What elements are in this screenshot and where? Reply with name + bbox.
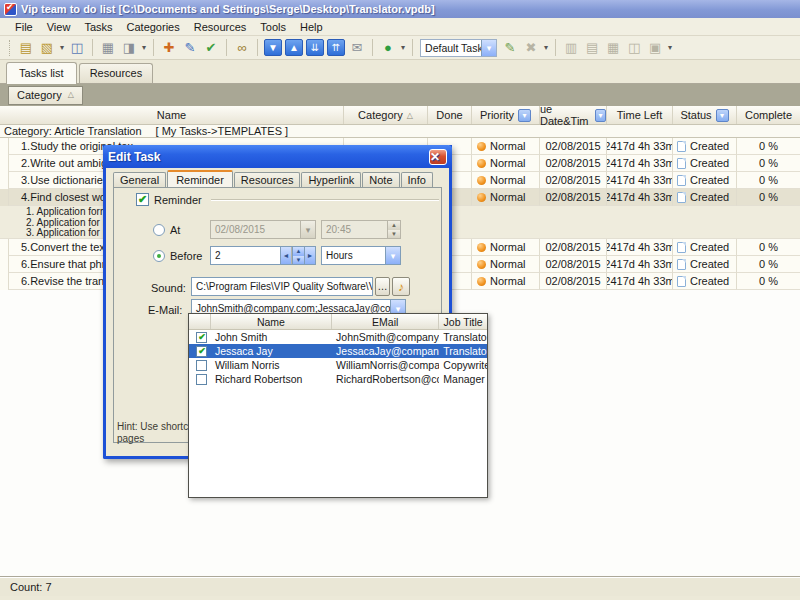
- status-bar: Count: 7: [0, 577, 800, 596]
- before-value-spinner[interactable]: 2 ◄ ▲▼ ►: [210, 246, 316, 265]
- filter-icon[interactable]: ●: [378, 38, 398, 58]
- dialog-tab-info[interactable]: Info: [401, 172, 433, 188]
- contacts-list: ✔John SmithJohnSmith@company.comTranslat…: [189, 330, 487, 386]
- edit-filter-icon[interactable]: ✎: [500, 38, 520, 58]
- toolbar-caret-icon[interactable]: ▾: [140, 43, 148, 52]
- new-task-icon: ✚: [164, 41, 175, 54]
- before-spinner-buttons[interactable]: ▲▼: [291, 247, 304, 264]
- dialog-tab-resources[interactable]: Resources: [234, 172, 301, 188]
- chevron-down-icon[interactable]: ▾: [385, 247, 400, 264]
- menu-tasks[interactable]: Tasks: [77, 19, 119, 35]
- column-header-category[interactable]: Category△: [344, 106, 428, 124]
- contact-checkbox[interactable]: ✔: [196, 332, 207, 343]
- contacts-email-column-header[interactable]: EMail: [332, 314, 439, 329]
- sound-play-button[interactable]: ♪: [392, 277, 410, 296]
- priority-label: Normal: [490, 258, 525, 270]
- contact-checkbox[interactable]: [196, 374, 207, 385]
- priority-filter-dropdown-icon[interactable]: ▾: [518, 109, 531, 122]
- move-down-icon[interactable]: ▼: [264, 39, 282, 56]
- print-icon[interactable]: ▦: [98, 38, 118, 58]
- priority-label: Normal: [490, 174, 525, 186]
- priority-normal-icon: [477, 142, 486, 151]
- column-header-complete[interactable]: Complete: [737, 106, 800, 124]
- spin-left-icon[interactable]: ◄: [280, 247, 291, 264]
- sound-browse-button[interactable]: …: [375, 277, 390, 296]
- created-status-icon: [677, 259, 686, 270]
- at-radio-label: At: [170, 224, 180, 236]
- toolbar-caret-icon[interactable]: ▾: [542, 43, 550, 52]
- contacts-name-column-header[interactable]: Name: [211, 314, 332, 329]
- contact-row[interactable]: ✔Jessaca JayJessacaJay@company.comTransl…: [189, 344, 487, 358]
- toolbar-caret-icon[interactable]: ▾: [666, 43, 674, 52]
- column-header-priority[interactable]: Priority▾: [472, 106, 540, 124]
- task-status-cell: Created: [673, 273, 737, 290]
- find-icon[interactable]: ∞: [232, 38, 252, 58]
- move-to-bottom-icon[interactable]: ⇊: [306, 39, 324, 56]
- contact-row[interactable]: Richard RobertsonRichardRobertson@compan…: [189, 372, 487, 386]
- open-database-icon[interactable]: ▧: [37, 38, 57, 58]
- contact-checkbox[interactable]: [196, 360, 207, 371]
- column-header-status[interactable]: Status▾: [673, 106, 737, 124]
- task-count: Count: 7: [4, 580, 58, 594]
- created-status-icon: [677, 158, 686, 169]
- move-to-top-icon[interactable]: ⇈: [327, 39, 345, 56]
- view-panel-2-icon: ▤: [582, 38, 602, 58]
- tab-resources[interactable]: Resources: [79, 63, 154, 83]
- contact-checkbox[interactable]: ✔: [196, 346, 207, 357]
- reminder-checkbox[interactable]: ✔: [136, 193, 149, 206]
- edit-task-tabstrip: GeneralReminderResourcesHyperlinkNoteInf…: [113, 172, 434, 188]
- group-by-category-label: Category: [17, 89, 62, 101]
- new-task-icon[interactable]: ✚: [159, 38, 179, 58]
- category-group-row[interactable]: Category: Article Translation [ My Tasks…: [0, 125, 800, 138]
- new-database-icon: ▤: [20, 41, 32, 54]
- toolbar-caret-icon[interactable]: ▾: [399, 43, 407, 52]
- dialog-tab-note[interactable]: Note: [362, 172, 399, 188]
- contacts-job-column-header[interactable]: Job Title: [439, 314, 487, 329]
- contacts-header-row: Name EMail Job Title: [189, 314, 487, 330]
- task-due-date-cell: 02/08/2015: [540, 155, 607, 172]
- column-header-done[interactable]: Done: [428, 106, 472, 124]
- task-complete-cell: 0 %: [737, 155, 800, 172]
- contacts-checkbox-column-header[interactable]: [189, 314, 211, 329]
- before-radio[interactable]: [153, 250, 165, 262]
- contact-row[interactable]: ✔John SmithJohnSmith@company.comTranslat…: [189, 330, 487, 344]
- group-by-category-button[interactable]: Category △: [8, 86, 83, 105]
- due-date-filter-dropdown-icon[interactable]: ▾: [595, 109, 606, 122]
- view-panel-3-icon: ▦: [603, 38, 623, 58]
- column-header-name[interactable]: Name: [0, 106, 344, 124]
- titlebar: Vip team to do list [C:\Documents and Se…: [0, 0, 800, 18]
- new-database-icon[interactable]: ▤: [16, 38, 36, 58]
- menu-view[interactable]: View: [40, 19, 78, 35]
- sound-path-input[interactable]: C:\Program Files\VIP Quality Software\VI…: [191, 277, 373, 296]
- contact-row[interactable]: William NorrisWilliamNorris@company.comC…: [189, 358, 487, 372]
- default-task-filter-combo[interactable]: Default Task V▾: [420, 39, 497, 57]
- at-date-value: 02/08/2015: [211, 224, 300, 235]
- move-up-icon[interactable]: ▲: [285, 39, 303, 56]
- column-header-time-left[interactable]: Time Left: [607, 106, 673, 124]
- print-preview-icon[interactable]: ◨: [119, 38, 139, 58]
- status-filter-dropdown-icon[interactable]: ▾: [716, 109, 729, 122]
- edit-task-icon[interactable]: ✎: [180, 38, 200, 58]
- task-complete-cell: 0 %: [737, 172, 800, 189]
- send-email-icon[interactable]: ✉: [347, 38, 367, 58]
- menu-resources[interactable]: Resources: [187, 19, 254, 35]
- before-unit-combobox[interactable]: Hours ▾: [321, 246, 401, 265]
- column-header-due-date[interactable]: ue Date&Tim▾: [540, 106, 607, 124]
- dialog-tab-general[interactable]: General: [113, 172, 166, 188]
- ellipsis-icon: …: [378, 281, 388, 292]
- tab-tasks-list[interactable]: Tasks list: [6, 62, 77, 84]
- at-radio[interactable]: [153, 224, 165, 236]
- assign-task-icon[interactable]: ✔: [201, 38, 221, 58]
- toolbar-separator: [555, 39, 556, 56]
- save-database-icon[interactable]: ◫: [67, 38, 87, 58]
- toolbar-caret-icon[interactable]: ▾: [58, 43, 66, 52]
- menu-help[interactable]: Help: [293, 19, 330, 35]
- dialog-tab-hyperlink[interactable]: Hyperlink: [301, 172, 361, 188]
- menu-tools[interactable]: Tools: [253, 19, 293, 35]
- spin-right-icon[interactable]: ►: [304, 247, 315, 264]
- dialog-close-button[interactable]: ✕: [429, 149, 447, 165]
- chevron-down-icon[interactable]: ▾: [481, 40, 496, 56]
- menu-categories[interactable]: Categories: [120, 19, 187, 35]
- task-priority-cell: Normal: [472, 172, 540, 189]
- menu-file[interactable]: File: [8, 19, 40, 35]
